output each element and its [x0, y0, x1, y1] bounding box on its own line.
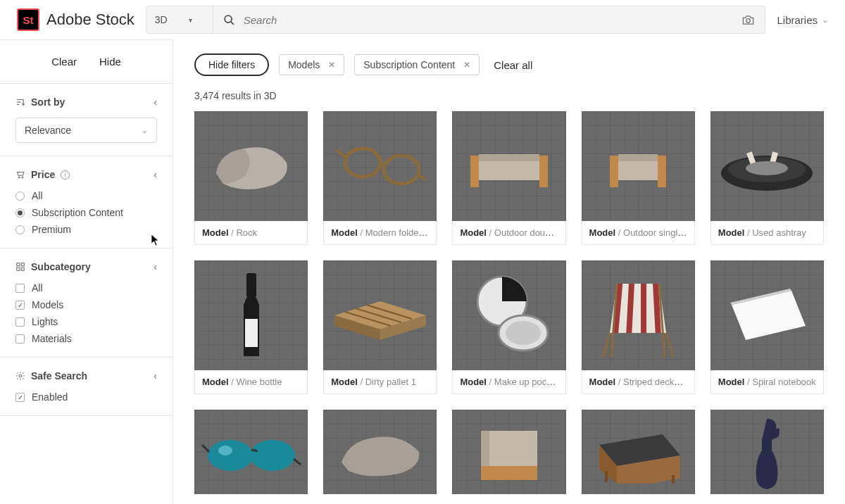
category-label: 3D	[155, 14, 168, 25]
safe-search-section: Safe Search ‹ ✓Enabled	[0, 358, 173, 416]
asset-thumb	[323, 111, 437, 221]
svg-rect-15	[474, 159, 544, 180]
chip-label: Subscription Content	[363, 59, 455, 70]
price-option-premium[interactable]: Premium	[15, 224, 157, 235]
filter-chip-subscription[interactable]: Subscription Content ✕	[354, 54, 480, 75]
asset-card[interactable]	[711, 410, 824, 494]
price-section: Price i ‹ All Subscription Content Premi…	[0, 156, 173, 248]
libraries-menu[interactable]: Libraries ⌄	[777, 14, 828, 26]
subcategory-option-models[interactable]: ✓Models	[15, 299, 157, 310]
asset-thumb	[711, 111, 824, 221]
asset-thumb	[452, 410, 565, 494]
asset-card[interactable]: Model / Rock	[194, 111, 308, 245]
option-label: Models	[32, 299, 63, 310]
asset-card[interactable]	[323, 410, 437, 494]
subcategory-section: Subcategory ‹ All ✓Models Lights Materia…	[0, 248, 173, 358]
sort-label: Sort by	[31, 96, 65, 108]
asset-card[interactable]	[582, 410, 695, 494]
price-options: All Subscription Content Premium	[15, 190, 157, 235]
chevron-left-icon: ‹	[154, 261, 157, 272]
svg-point-13	[345, 149, 380, 177]
chevron-down-icon: ⌄	[822, 15, 828, 25]
search-icon[interactable]	[223, 14, 235, 26]
checkbox-icon: ✓	[15, 301, 25, 310]
svg-rect-38	[641, 284, 646, 333]
asset-thumb	[323, 260, 437, 370]
results-grid: Model / Rock Model / Modern folded eye… …	[173, 111, 845, 504]
chevron-left-icon: ‹	[154, 169, 157, 180]
chevron-left-icon: ‹	[154, 96, 157, 108]
libraries-label: Libraries	[777, 14, 818, 26]
hide-filters-button[interactable]: Hide	[99, 56, 121, 68]
close-icon[interactable]: ✕	[328, 60, 335, 70]
price-option-all[interactable]: All	[15, 190, 157, 201]
asset-thumb	[194, 410, 308, 494]
asset-card[interactable]: Model / Wine bottle	[194, 260, 308, 394]
search-input[interactable]	[244, 14, 734, 26]
asset-caption: Model / Outdoor double chair	[452, 221, 565, 245]
svg-point-7	[22, 177, 23, 178]
asset-card[interactable]: Model / Outdoor single chair	[582, 111, 695, 245]
svg-rect-19	[613, 159, 663, 180]
pill-label: Hide filters	[208, 59, 255, 70]
subcategory-option-all[interactable]: All	[15, 282, 157, 294]
asset-card[interactable]: Model / Spiral notebook	[711, 260, 824, 394]
asset-caption: Model / Rock	[194, 221, 308, 245]
asset-card[interactable]: Model / Dirty pallet 1	[323, 260, 437, 394]
svg-rect-48	[481, 466, 537, 480]
sort-icon	[15, 97, 25, 107]
svg-point-46	[218, 446, 232, 455]
option-label: Materials	[32, 333, 72, 344]
sidebar-top-actions: Clear Hide	[0, 40, 173, 84]
checkbox-icon	[15, 284, 25, 293]
asset-card[interactable]	[452, 410, 565, 494]
chevron-left-icon: ‹	[154, 370, 157, 382]
asset-card[interactable]: Model / Make up pocket mi…	[452, 260, 565, 394]
safe-search-options: ✓Enabled	[15, 391, 157, 403]
svg-rect-17	[539, 156, 548, 187]
subcategory-option-materials[interactable]: Materials	[15, 333, 157, 344]
clear-all-button[interactable]: Clear all	[494, 59, 532, 71]
camera-icon[interactable]	[741, 13, 755, 27]
sort-dropdown[interactable]: Relevance ⌄	[15, 118, 157, 143]
chevron-down-icon: ⌄	[142, 126, 148, 135]
asset-thumb	[582, 410, 695, 494]
checkbox-icon: ✓	[15, 393, 25, 402]
svg-line-40	[603, 333, 610, 358]
grid-icon	[15, 262, 25, 272]
filter-bar: Hide filters Models ✕ Subscription Conte…	[173, 39, 845, 90]
svg-rect-22	[618, 154, 658, 161]
asset-card[interactable]: Model / Outdoor double chair	[452, 111, 565, 245]
asset-card[interactable]: Model / Striped deckchair	[582, 260, 695, 394]
asset-caption: Model / Spiral notebook	[711, 370, 824, 394]
price-header[interactable]: Price i ‹	[15, 169, 157, 180]
info-icon[interactable]: i	[61, 170, 70, 179]
filter-chip-models[interactable]: Models ✕	[279, 54, 344, 75]
safe-search-header[interactable]: Safe Search ‹	[15, 370, 157, 382]
asset-thumb	[452, 111, 565, 221]
safe-search-label: Safe Search	[31, 370, 87, 382]
logo-group[interactable]: St Adobe Stock	[17, 8, 134, 31]
chip-label: Models	[288, 59, 320, 70]
svg-rect-5	[17, 104, 20, 105]
category-select[interactable]: 3D ▾	[146, 6, 213, 34]
radio-icon	[15, 191, 25, 201]
subcategory-option-lights[interactable]: Lights	[15, 316, 157, 327]
asset-card[interactable]: Model / Modern folded eye…	[323, 111, 437, 245]
asset-thumb	[452, 260, 565, 370]
asset-card[interactable]: Model / Used ashtray	[711, 111, 824, 245]
subcategory-header[interactable]: Subcategory ‹	[15, 261, 157, 272]
svg-rect-28	[246, 273, 256, 298]
sort-header[interactable]: Sort by ‹	[15, 96, 157, 108]
search-group: 3D ▾	[146, 6, 766, 34]
asset-caption: Model / Striped deckchair	[582, 370, 695, 394]
price-option-subscription[interactable]: Subscription Content	[15, 207, 157, 218]
close-icon[interactable]: ✕	[463, 60, 470, 70]
brand-name: Adobe Stock	[46, 11, 134, 29]
hide-filters-pill[interactable]: Hide filters	[194, 53, 269, 76]
radio-icon	[15, 208, 25, 218]
svg-point-0	[225, 15, 232, 23]
asset-card[interactable]	[194, 410, 308, 494]
clear-filters-button[interactable]: Clear	[51, 56, 77, 68]
safe-search-enabled[interactable]: ✓Enabled	[15, 391, 157, 403]
